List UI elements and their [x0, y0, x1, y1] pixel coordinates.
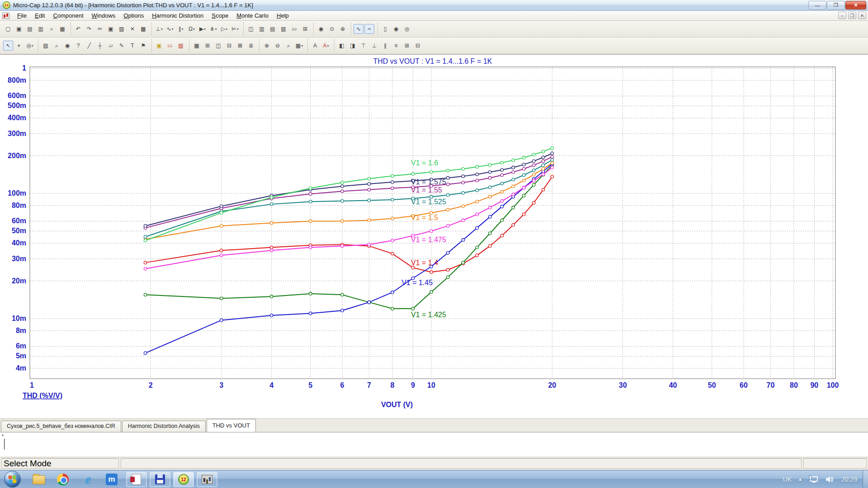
battery-component-icon[interactable]: ⊨▾	[230, 24, 240, 34]
copy-icon[interactable]: ▣	[106, 24, 116, 34]
microcap-app-button[interactable]: 12	[173, 472, 194, 487]
menu-file[interactable]: File	[13, 11, 31, 20]
mdi-close-icon[interactable]: ✕	[858, 12, 866, 19]
chrome-button[interactable]	[57, 473, 71, 486]
tile-vertical-icon[interactable]: ▥	[257, 24, 267, 34]
explorer-button[interactable]	[33, 473, 46, 486]
panel-close-icon[interactable]: ×	[1, 433, 4, 438]
tile-horizontal-icon[interactable]: ▤	[268, 24, 278, 34]
align-left-icon[interactable]: ◧	[337, 41, 347, 51]
ruler-icon[interactable]: ≣	[246, 41, 256, 51]
polygon-mode-icon[interactable]: ▱	[106, 41, 116, 51]
start-button[interactable]	[4, 471, 21, 488]
source-component-icon[interactable]: ∿▾	[165, 24, 175, 34]
font-color-icon[interactable]: A▾	[321, 41, 331, 51]
cross-grid-icon[interactable]: ◫	[213, 41, 223, 51]
network-icon[interactable]	[809, 475, 819, 483]
pen-mode-icon[interactable]: ✎	[117, 41, 127, 51]
floppy-app-button[interactable]	[150, 472, 170, 487]
distribute-v-icon[interactable]: ≡	[391, 41, 401, 51]
output-panel[interactable]: ×	[0, 432, 868, 457]
cut-icon[interactable]: ✂	[95, 24, 105, 34]
capacitor-component-icon[interactable]: ∥▾	[176, 24, 186, 34]
select-all-icon[interactable]: ▩	[138, 24, 148, 34]
redo-icon[interactable]: ↷	[84, 24, 94, 34]
ground-component-icon[interactable]: ⊥▾	[154, 24, 164, 34]
distribute-h-icon[interactable]: ∥	[380, 41, 390, 51]
align-right-icon[interactable]: ◨	[348, 41, 358, 51]
print-icon[interactable]: ▦	[57, 24, 67, 34]
align-bottom-icon[interactable]: ⊥	[369, 41, 379, 51]
menu-monte-carlo[interactable]: Monte Carlo	[232, 11, 273, 20]
help-mode-icon[interactable]: ?	[73, 41, 83, 51]
menu-edit[interactable]: Edit	[31, 11, 49, 20]
align-top-icon[interactable]: ⊤	[359, 41, 368, 51]
fill-color-icon[interactable]: ▨	[176, 41, 186, 51]
opamp-component-icon[interactable]: ▷▾	[219, 24, 229, 34]
zoom-area-icon[interactable]: ⌕	[283, 41, 293, 51]
menu-help[interactable]: Help	[273, 11, 293, 20]
group-icon[interactable]: ⊞	[402, 41, 412, 51]
maximize-window-icon[interactable]: ▭	[289, 24, 299, 34]
mdi-minimize-icon[interactable]: –	[838, 12, 846, 19]
menu-windows[interactable]: Windows	[88, 11, 120, 20]
web-icon[interactable]: ◎	[402, 24, 412, 34]
save-as-icon[interactable]: ▥	[36, 24, 46, 34]
cascade-icon[interactable]: ▧	[278, 24, 288, 34]
highlight-color-icon[interactable]: ▣	[154, 41, 164, 51]
axes-icon[interactable]: ⊠	[235, 41, 245, 51]
restore-button[interactable]: ❐	[827, 1, 845, 9]
font-icon[interactable]: A	[310, 41, 320, 51]
chart-svg[interactable]: THD vs VOUT : V1 = 1.4...1.6 F = 1K1800m…	[0, 55, 868, 419]
tab-сухов-рис-5-behave-без-номиналов-cir[interactable]: Сухов_рис.5_behave_без номиналов.CIR	[1, 421, 121, 432]
language-indicator[interactable]: UK	[783, 476, 792, 483]
delete-icon[interactable]: ✕	[127, 24, 137, 34]
speaker-icon[interactable]	[825, 475, 835, 483]
graph-app-button[interactable]	[197, 472, 217, 487]
document-app-button[interactable]	[126, 472, 147, 487]
dc-operating-point-icon[interactable]: ⊙	[327, 24, 337, 34]
transistor-component-icon[interactable]: ⋔▾	[208, 24, 218, 34]
info-mode-icon[interactable]: ◉	[62, 41, 72, 51]
tab-thd-vs-vout[interactable]: THD vs VOUT	[207, 419, 256, 432]
animate-options-icon[interactable]: ◉	[316, 24, 326, 34]
hidden-icons-button[interactable]: ▲	[798, 477, 802, 482]
border-grid-icon[interactable]: ⊟	[224, 41, 234, 51]
snap-grid-icon[interactable]: ⊞	[203, 41, 212, 51]
probe-icon[interactable]: ⊕	[338, 24, 348, 34]
internet-explorer-button[interactable]: e	[81, 473, 95, 486]
open-file-icon[interactable]: ▣	[14, 24, 24, 34]
wire-mode-icon[interactable]: ┼	[95, 41, 105, 51]
zoom-fit-icon[interactable]: ▦▾	[294, 41, 304, 51]
pan-mode-icon[interactable]: ⌖	[14, 41, 24, 51]
text-mode-icon[interactable]: T	[127, 41, 137, 51]
component-mode-icon[interactable]: ◎▾	[25, 41, 35, 51]
new-file-icon[interactable]: ▢	[3, 24, 13, 34]
resistor-component-icon[interactable]: Ω▾	[187, 24, 197, 34]
clock[interactable]: 20:29	[841, 476, 857, 483]
calculator-icon[interactable]: ⊞	[300, 24, 310, 34]
user-guide-icon[interactable]: ◉	[391, 24, 401, 34]
menu-component[interactable]: Component	[49, 11, 87, 20]
tab-harmonic-distortion-analysis[interactable]: Harmonic Distortion Analysis	[122, 421, 206, 432]
line-mode-icon[interactable]: ╱	[84, 41, 94, 51]
menu-scope[interactable]: Scope	[208, 11, 232, 20]
smith-plot-icon[interactable]: ≈	[364, 24, 374, 34]
find-file-icon[interactable]: ⌕	[47, 24, 57, 34]
mdi-restore-icon[interactable]: ❐	[848, 12, 856, 19]
save-icon[interactable]: ▤	[25, 24, 35, 34]
graphics-mode-icon[interactable]: ▨	[41, 41, 51, 51]
paste-icon[interactable]: ▨	[117, 24, 127, 34]
close-button[interactable]: ✕	[845, 1, 866, 9]
menu-options[interactable]: Options	[119, 11, 148, 20]
border-color-icon[interactable]: ▭	[165, 41, 175, 51]
maxthon-button[interactable]: m	[106, 473, 119, 486]
show-grid-icon[interactable]: ▦	[192, 41, 202, 51]
new-window-icon[interactable]: ◫	[246, 24, 256, 34]
menu-harmonic-distortion[interactable]: Harmonic Distortion	[148, 11, 208, 20]
zoom-in-icon[interactable]: ⊕	[262, 41, 272, 51]
diode-component-icon[interactable]: ▶▾	[198, 24, 208, 34]
select-mode-icon[interactable]: ↖	[3, 41, 13, 51]
minimize-button[interactable]: —	[808, 1, 826, 9]
analysis-plot-icon[interactable]: ∿	[354, 24, 363, 34]
